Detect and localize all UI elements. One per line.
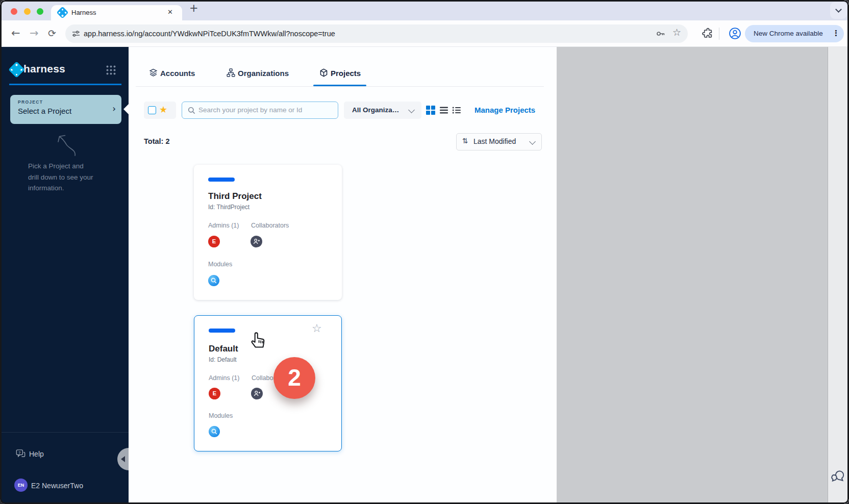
search-input[interactable] xyxy=(198,103,334,117)
forward-button[interactable]: → xyxy=(30,20,39,47)
zoom-window-button[interactable] xyxy=(37,8,43,15)
browser-toolbar: ← → ⟳ app.harness.io/ng/account/YWdkwNPi… xyxy=(0,20,849,47)
close-tab-icon[interactable]: ✕ xyxy=(167,8,173,16)
chrome-update-label: New Chrome available xyxy=(754,25,823,42)
site-info-icon[interactable] xyxy=(71,29,81,38)
reload-button[interactable]: ⟳ xyxy=(48,20,56,47)
project-selector-label: PROJECT xyxy=(18,99,43,105)
tabs-divider xyxy=(136,86,544,87)
back-button[interactable]: ← xyxy=(11,20,20,47)
right-edge-strip xyxy=(828,47,849,504)
harness-logo-icon xyxy=(11,64,22,75)
browser-tab-strip: Harness ✕ + xyxy=(0,0,849,20)
password-key-icon[interactable] xyxy=(655,29,665,39)
sidebar-footer-divider xyxy=(0,432,129,433)
admins-label: Admins (1) xyxy=(209,374,239,382)
project-name: Third Project xyxy=(208,191,262,201)
hand-cursor-icon xyxy=(249,329,268,349)
profile-icon[interactable] xyxy=(729,27,741,40)
project-id: Id: ThirdProject xyxy=(208,204,249,211)
chevron-down-icon xyxy=(408,107,415,113)
app-grid-icon[interactable] xyxy=(106,65,116,75)
collaborator-avatar[interactable] xyxy=(251,388,263,399)
organizations-tree-icon xyxy=(227,68,235,77)
project-search xyxy=(182,102,338,119)
manage-projects-link[interactable]: Manage Projects xyxy=(475,106,535,114)
invite-person-icon xyxy=(253,238,260,245)
toolbar-divider xyxy=(719,28,719,40)
project-card-default[interactable]: Default Id: Default Admins (1) Collabora… xyxy=(194,315,342,451)
empty-gray-area xyxy=(557,47,828,504)
selector-pointer-notch xyxy=(123,104,129,114)
help-label: Help xyxy=(29,450,44,458)
sort-arrows-icon: ⇅ xyxy=(462,137,468,145)
admin-avatar[interactable]: E xyxy=(208,236,220,247)
help-button[interactable]: ? Help xyxy=(15,448,77,461)
total-count-label: Total: 2 xyxy=(144,137,169,145)
module-chaos-icon[interactable] xyxy=(208,275,219,286)
bookmark-star-icon[interactable]: ☆ xyxy=(672,27,681,38)
invite-person-icon xyxy=(253,390,261,397)
user-name: E2 NewuserTwo xyxy=(31,482,83,490)
browser-window: Harness ✕ + ← → ⟳ app.harness.io/ng/acco… xyxy=(0,0,849,504)
svg-text:?: ? xyxy=(18,450,21,455)
extensions-puzzle-icon[interactable] xyxy=(702,28,714,39)
chevron-down-icon xyxy=(529,138,536,145)
project-color-bar xyxy=(209,329,235,333)
harness-favicon-icon xyxy=(58,8,67,17)
chevron-down-icon xyxy=(835,6,842,13)
module-chaos-icon[interactable] xyxy=(209,426,220,437)
project-card-third-project[interactable]: Third Project Id: ThirdProject Admins (1… xyxy=(194,165,342,300)
search-icon xyxy=(188,107,195,114)
chrome-update-button[interactable]: New Chrome available ⋮ xyxy=(745,25,844,42)
project-id: Id: Default xyxy=(209,356,237,363)
project-color-bar xyxy=(208,178,235,182)
admins-label: Admins (1) xyxy=(208,222,239,229)
admin-avatar[interactable]: E xyxy=(209,388,220,399)
favorite-project-star[interactable]: ☆ xyxy=(312,322,322,335)
user-menu[interactable]: EN E2 NewuserTwo xyxy=(14,478,116,493)
close-window-button[interactable] xyxy=(11,8,17,15)
collaborator-avatar[interactable] xyxy=(251,236,262,247)
accounts-layers-icon xyxy=(149,68,158,77)
sidebar-accent-divider xyxy=(9,84,121,85)
project-selector[interactable]: PROJECT Select a Project › xyxy=(10,95,121,124)
collaborators-label: Collaborators xyxy=(251,222,289,229)
chevron-right-icon: › xyxy=(112,104,116,114)
tab-title: Harness xyxy=(71,9,96,16)
favorites-star-icon[interactable]: ★ xyxy=(159,104,167,115)
magnifier-icon xyxy=(211,428,218,435)
sort-value: Last Modified xyxy=(473,134,516,150)
chat-help-icon[interactable] xyxy=(831,468,846,484)
list-view-button[interactable] xyxy=(439,106,448,115)
grid-view-button[interactable] xyxy=(426,106,435,115)
magnifier-icon xyxy=(210,277,217,284)
projects-cube-icon xyxy=(319,68,328,77)
user-avatar: EN xyxy=(14,478,28,492)
modules-label: Modules xyxy=(208,261,232,268)
project-selector-value: Select a Project xyxy=(18,107,71,115)
browser-menu-icon[interactable]: ⋮ xyxy=(832,25,840,42)
favorites-checkbox[interactable] xyxy=(148,106,156,114)
collapse-arrow-icon xyxy=(121,456,125,462)
project-name: Default xyxy=(209,344,238,354)
tab-search-button[interactable] xyxy=(830,2,847,19)
tutorial-step-badge: 2 xyxy=(273,357,315,399)
sort-dropdown[interactable]: ⇅ Last Modified xyxy=(456,133,542,150)
sidebar-hint-text: Pick a Project and drill down to see you… xyxy=(28,161,93,194)
brand-name: harness xyxy=(23,63,65,75)
help-chat-icon: ? xyxy=(15,448,26,459)
url-bar[interactable]: app.harness.io/ng/account/YWdkwNPiTceDUK… xyxy=(65,24,688,43)
modules-label: Modules xyxy=(209,412,233,419)
minimize-window-button[interactable] xyxy=(24,8,31,15)
favorites-filter: ★ xyxy=(144,102,176,119)
url-text: app.harness.io/ng/account/YWdkwNPiTceDUK… xyxy=(84,24,335,43)
compact-list-view-button[interactable] xyxy=(452,106,461,115)
organization-filter-dropdown[interactable]: All Organiza… xyxy=(344,102,421,119)
new-tab-button[interactable]: + xyxy=(189,2,198,14)
organization-filter-value: All Organiza… xyxy=(352,102,399,119)
browser-tab[interactable]: Harness ✕ xyxy=(51,5,182,20)
hand-drawn-arrow-icon xyxy=(53,130,79,158)
